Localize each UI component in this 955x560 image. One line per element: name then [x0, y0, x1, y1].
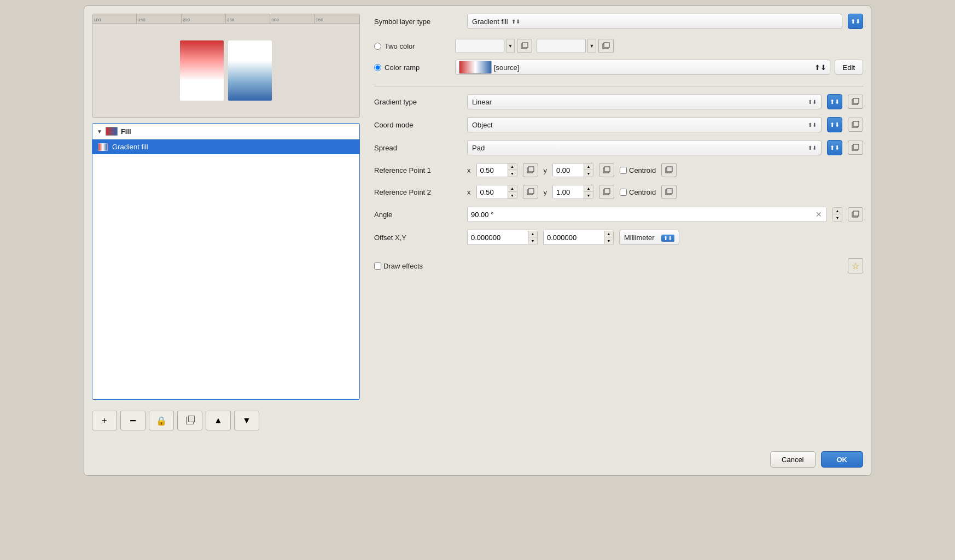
color1-dropdown[interactable]: ▼: [506, 39, 515, 53]
color-swatch-1[interactable]: [455, 39, 504, 53]
ref-point-2-y-up[interactable]: ▲: [584, 185, 593, 192]
color-ramp-select[interactable]: [source] ⬆⬇: [455, 60, 830, 75]
ref-point-1-x-down[interactable]: ▼: [508, 170, 517, 177]
color-swatch-2[interactable]: [537, 39, 586, 53]
tree-collapse-arrow[interactable]: ▼: [97, 129, 102, 135]
ref-point-1-centroid-label[interactable]: Centroid: [620, 166, 656, 174]
move-up-button[interactable]: ▲: [206, 411, 231, 430]
ref-point-2-x-copy-btn[interactable]: [523, 185, 538, 199]
ref-point-1-centroid-checkbox[interactable]: [620, 167, 627, 174]
gradient-fill-swatch: [98, 143, 108, 151]
main-dialog: 100 150 200 250 300 350 ▼ Fill: [84, 5, 871, 476]
ruler-tick: 200: [182, 14, 226, 24]
ref-point-2-centroid-checkbox[interactable]: [620, 189, 627, 196]
symbol-layer-type-select[interactable]: Gradient fill ⬆⬇: [467, 14, 842, 29]
layer-item-gradient-fill[interactable]: Gradient fill: [92, 139, 359, 154]
toolbar-buttons: + − 🔒 ▲ ▼: [92, 405, 360, 433]
ref-point-2-x-spinner[interactable]: ▲ ▼: [476, 185, 517, 199]
lock-icon: 🔒: [156, 416, 167, 426]
gradient-type-select[interactable]: Linear ⬆⬇: [467, 94, 822, 109]
angle-clear-btn[interactable]: ✕: [814, 210, 823, 219]
draw-effects-star-wrap: ☆: [848, 258, 863, 273]
symbol-layer-type-label: Symbol layer type: [374, 18, 462, 26]
ref-point-2-y-spinner[interactable]: ▲ ▼: [552, 185, 593, 199]
draw-effects-star-btn[interactable]: ☆: [848, 258, 863, 273]
remove-layer-button[interactable]: −: [120, 411, 145, 430]
ref-point-1-x-copy-icon: [527, 166, 534, 174]
ref-point-2-x-input[interactable]: [477, 185, 508, 199]
coord-mode-select[interactable]: Object ⬆⬇: [467, 117, 822, 132]
offset-x-spinner[interactable]: ▲ ▼: [528, 231, 537, 244]
svg-rect-9: [853, 144, 859, 149]
spread-blue-btn[interactable]: ⬆⬇: [827, 140, 842, 155]
ref-point-2-centroid-copy-btn[interactable]: [661, 185, 677, 199]
svg-rect-1: [522, 43, 528, 48]
svg-rect-13: [604, 167, 610, 172]
offset-unit-select[interactable]: Millimeter ⬆⬇: [619, 230, 679, 245]
gradient-type-copy-btn[interactable]: [848, 95, 863, 109]
offset-x-input[interactable]: [468, 230, 528, 244]
move-down-button[interactable]: ▼: [234, 411, 259, 430]
copy-expr-btn-1[interactable]: [517, 39, 532, 53]
angle-spinner[interactable]: ▲ ▼: [832, 207, 842, 221]
coord-mode-copy-btn[interactable]: [848, 118, 863, 132]
angle-field[interactable]: ✕: [467, 207, 827, 222]
symbol-layer-type-blue-btn[interactable]: ⬆⬇: [848, 14, 863, 29]
ref-point-1-x-up[interactable]: ▲: [508, 164, 517, 170]
angle-down[interactable]: ▼: [833, 214, 842, 221]
color-ramp-radio[interactable]: [374, 64, 381, 71]
spread-copy-icon: [852, 144, 859, 151]
ref-point-1-x-label: x: [467, 166, 471, 174]
ref-point-1-y-input[interactable]: [553, 164, 584, 177]
offset-unit-value: Millimeter: [624, 234, 655, 242]
ref-point-1-x-copy-btn[interactable]: [523, 163, 538, 177]
offset-x-up[interactable]: ▲: [528, 231, 537, 237]
two-color-label: Two color: [385, 42, 415, 50]
gradient-type-blue-btn[interactable]: ⬆⬇: [827, 94, 842, 109]
ref-point-2-x-up[interactable]: ▲: [508, 185, 517, 192]
ref-point-1-y-down[interactable]: ▼: [584, 170, 593, 177]
draw-effects-label[interactable]: Draw effects: [374, 262, 423, 270]
two-color-radio-label[interactable]: Two color: [374, 42, 451, 50]
ref-point-1-y-spinner[interactable]: ▲ ▼: [552, 163, 593, 177]
add-layer-button[interactable]: +: [92, 411, 117, 430]
preview-gradient: [180, 40, 272, 101]
ref-point-2-x-down[interactable]: ▼: [508, 192, 517, 199]
ok-button[interactable]: OK: [821, 451, 864, 468]
ref-point-2-x-copy-icon: [527, 188, 534, 196]
offset-y-input[interactable]: [544, 230, 604, 244]
draw-effects-checkbox[interactable]: [374, 262, 381, 270]
ref-point-1-y-copy-btn[interactable]: [599, 163, 614, 177]
spread-copy-btn[interactable]: [848, 141, 863, 155]
ref-point-2-y-input[interactable]: [553, 185, 584, 199]
ref-point-1-x-input[interactable]: [477, 164, 508, 177]
ref-point-1-y-up[interactable]: ▲: [584, 164, 593, 170]
offset-y-up[interactable]: ▲: [604, 231, 613, 237]
two-color-radio[interactable]: [374, 43, 381, 50]
spread-select[interactable]: Pad ⬆⬇: [467, 140, 822, 155]
svg-rect-17: [528, 189, 534, 194]
offset-y-spinner[interactable]: ▲ ▼: [604, 231, 613, 244]
ref-point-2-centroid-label[interactable]: Centroid: [620, 188, 656, 196]
offset-y-wrap[interactable]: ▲ ▼: [543, 230, 614, 245]
edit-color-ramp-button[interactable]: Edit: [835, 60, 863, 75]
angle-up[interactable]: ▲: [833, 208, 842, 214]
copy-expr-btn-2[interactable]: [598, 39, 614, 53]
angle-input[interactable]: [471, 211, 812, 219]
ref-point-1-centroid-copy-btn[interactable]: [661, 163, 677, 177]
offset-x-wrap[interactable]: ▲ ▼: [467, 230, 538, 245]
lock-layer-button[interactable]: 🔒: [149, 411, 174, 430]
color-ramp-radio-label[interactable]: Color ramp: [374, 63, 451, 72]
copy-layer-button[interactable]: [177, 411, 202, 430]
color2-dropdown[interactable]: ▼: [587, 39, 596, 53]
ref-point-2-y-copy-btn[interactable]: [599, 185, 614, 199]
angle-copy-btn[interactable]: [848, 207, 863, 221]
offset-y-down[interactable]: ▼: [604, 237, 613, 244]
coord-mode-blue-btn[interactable]: ⬆⬇: [827, 117, 842, 132]
offset-x-down[interactable]: ▼: [528, 237, 537, 244]
cancel-button[interactable]: Cancel: [770, 451, 815, 468]
ref-point-2-y-down[interactable]: ▼: [584, 192, 593, 199]
left-panel: 100 150 200 250 300 350 ▼ Fill: [92, 14, 360, 433]
ruler-tick: 300: [270, 14, 315, 24]
ref-point-1-x-spinner[interactable]: ▲ ▼: [476, 163, 517, 177]
